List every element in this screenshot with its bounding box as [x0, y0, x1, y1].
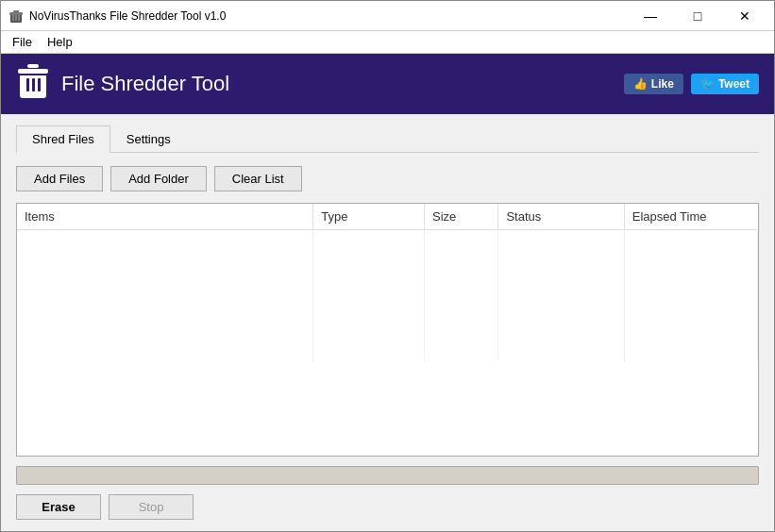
tweet-label: Tweet: [718, 77, 750, 91]
file-table-body: [17, 230, 758, 361]
col-elapsed-time: Elapsed Time: [624, 204, 757, 230]
thumb-up-icon: 👍: [633, 77, 648, 91]
toolbar: Add Files Add Folder Clear List: [16, 166, 759, 191]
app-title: File Shredder Tool: [61, 72, 624, 96]
table-row: [17, 230, 758, 253]
clear-list-button[interactable]: Clear List: [214, 166, 302, 191]
table-row: [17, 339, 758, 360]
table-row: [17, 252, 758, 274]
maximize-button[interactable]: □: [676, 5, 719, 27]
file-list-container: Items Type Size Status Elapsed Time: [16, 203, 759, 457]
table-row: [17, 295, 758, 317]
like-button[interactable]: 👍 Like: [624, 74, 683, 94]
col-items: Items: [17, 204, 313, 230]
social-buttons: 👍 Like 🐦 Tweet: [624, 74, 759, 94]
app-icon: [8, 8, 24, 24]
erase-button[interactable]: Erase: [16, 494, 101, 520]
tab-shred-files[interactable]: Shred Files: [16, 125, 110, 153]
shredder-icon: [16, 67, 50, 101]
twitter-icon: 🐦: [700, 77, 715, 91]
main-content: Shred Files Settings Add Files Add Folde…: [1, 114, 774, 531]
add-files-button[interactable]: Add Files: [16, 166, 103, 191]
tab-bar: Shred Files Settings: [16, 125, 759, 153]
close-button[interactable]: ✕: [723, 5, 767, 27]
table-row: [17, 274, 758, 295]
col-status: Status: [498, 204, 624, 230]
svg-rect-2: [13, 10, 19, 13]
stop-button[interactable]: Stop: [109, 494, 194, 520]
main-window: NoVirusThanks File Shredder Tool v1.0 — …: [0, 0, 775, 532]
tweet-button[interactable]: 🐦 Tweet: [691, 74, 759, 94]
bottom-bar: Erase Stop: [16, 494, 759, 520]
window-controls: — □ ✕: [629, 5, 767, 27]
like-label: Like: [651, 77, 674, 91]
col-size: Size: [424, 204, 497, 230]
add-folder-button[interactable]: Add Folder: [110, 166, 207, 191]
minimize-button[interactable]: —: [629, 5, 672, 27]
app-header: File Shredder Tool 👍 Like 🐦 Tweet: [1, 54, 774, 114]
table-row: [17, 317, 758, 339]
menu-help[interactable]: Help: [40, 33, 80, 51]
title-bar: NoVirusThanks File Shredder Tool v1.0 — …: [1, 1, 774, 31]
tab-settings[interactable]: Settings: [110, 125, 187, 153]
menu-file[interactable]: File: [5, 33, 40, 51]
menu-bar: File Help: [1, 31, 774, 54]
progress-bar-container: [16, 466, 759, 485]
file-table: Items Type Size Status Elapsed Time: [17, 204, 758, 360]
window-title: NoVirusThanks File Shredder Tool v1.0: [29, 9, 629, 23]
col-type: Type: [313, 204, 425, 230]
